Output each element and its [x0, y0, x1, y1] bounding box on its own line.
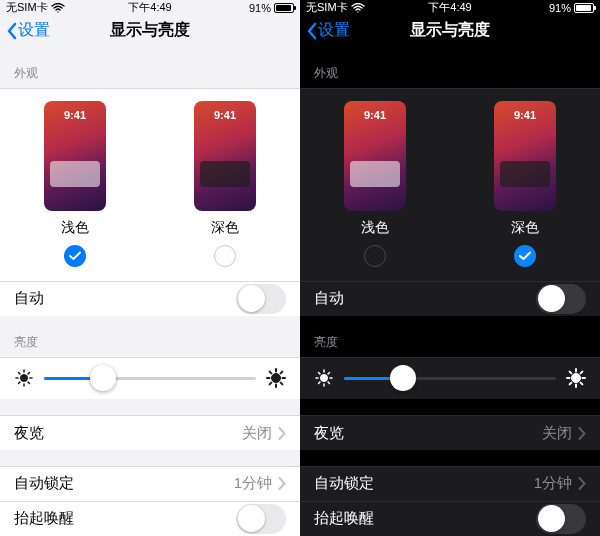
auto-lock-value: 1分钟: [234, 474, 272, 493]
night-shift-value: 关闭: [242, 424, 272, 443]
chevron-right-icon: [578, 427, 586, 440]
raise-to-wake-label: 抬起唤醒: [314, 509, 374, 528]
svg-point-0: [21, 375, 28, 382]
raise-to-wake-switch[interactable]: [536, 504, 586, 534]
sun-min-icon: [314, 368, 334, 388]
raise-to-wake-row: 抬起唤醒: [300, 501, 600, 536]
page-title: 显示与亮度: [300, 20, 600, 41]
sun-max-icon: [266, 368, 286, 388]
auto-switch[interactable]: [536, 284, 586, 314]
battery-icon: [574, 3, 594, 13]
light-mode-radio[interactable]: [64, 245, 86, 267]
chevron-right-icon: [578, 477, 586, 490]
light-mode-thumbnail: 9:41: [44, 101, 106, 211]
appearance-option-light[interactable]: 9:41 浅色: [320, 101, 430, 267]
auto-lock-row[interactable]: 自动锁定 1分钟: [300, 466, 600, 501]
auto-lock-label: 自动锁定: [314, 474, 374, 493]
dark-mode-pane: 无SIM卡 下午4:49 91% 设置 显示与亮度 外观 9:41 浅色 9:4…: [300, 0, 600, 536]
appearance-section-label: 外观: [300, 47, 600, 88]
raise-to-wake-switch[interactable]: [236, 504, 286, 534]
nav-bar: 设置 显示与亮度: [0, 15, 300, 47]
brightness-section-label: 亮度: [0, 316, 300, 357]
night-shift-row[interactable]: 夜览 关闭: [0, 415, 300, 450]
auto-label: 自动: [14, 289, 44, 308]
brightness-section-label: 亮度: [300, 316, 600, 357]
svg-point-1: [272, 374, 281, 383]
raise-to-wake-label: 抬起唤醒: [14, 509, 74, 528]
light-mode-thumbnail: 9:41: [344, 101, 406, 211]
night-shift-label: 夜览: [314, 424, 344, 443]
appearance-option-dark[interactable]: 9:41 深色: [170, 101, 280, 267]
sun-max-icon: [566, 368, 586, 388]
appearance-picker: 9:41 浅色 9:41 深色: [300, 88, 600, 281]
brightness-row: [0, 357, 300, 399]
night-shift-row[interactable]: 夜览 关闭: [300, 415, 600, 450]
auto-row: 自动: [0, 281, 300, 316]
status-bar: 无SIM卡 下午4:49 91%: [0, 0, 300, 15]
dark-mode-thumbnail: 9:41: [194, 101, 256, 211]
appearance-option-dark[interactable]: 9:41 深色: [470, 101, 580, 267]
night-shift-label: 夜览: [14, 424, 44, 443]
sun-min-icon: [14, 368, 34, 388]
auto-row: 自动: [300, 281, 600, 316]
auto-lock-row[interactable]: 自动锁定 1分钟: [0, 466, 300, 501]
dark-mode-thumbnail: 9:41: [494, 101, 556, 211]
brightness-row: [300, 357, 600, 399]
status-time: 下午4:49: [0, 0, 300, 15]
dark-mode-label: 深色: [211, 219, 239, 237]
night-shift-value: 关闭: [542, 424, 572, 443]
auto-lock-label: 自动锁定: [14, 474, 74, 493]
auto-lock-value: 1分钟: [534, 474, 572, 493]
appearance-picker: 9:41 浅色 9:41 深色: [0, 88, 300, 281]
chevron-right-icon: [278, 427, 286, 440]
light-mode-label: 浅色: [361, 219, 389, 237]
auto-label: 自动: [314, 289, 344, 308]
light-mode-label: 浅色: [61, 219, 89, 237]
auto-switch[interactable]: [236, 284, 286, 314]
dark-mode-radio[interactable]: [214, 245, 236, 267]
dark-mode-label: 深色: [511, 219, 539, 237]
chevron-right-icon: [278, 477, 286, 490]
raise-to-wake-row: 抬起唤醒: [0, 501, 300, 536]
battery-icon: [274, 3, 294, 13]
brightness-slider[interactable]: [344, 377, 556, 380]
appearance-section-label: 外观: [0, 47, 300, 88]
status-bar: 无SIM卡 下午4:49 91%: [300, 0, 600, 15]
svg-point-2: [321, 375, 328, 382]
page-title: 显示与亮度: [0, 20, 300, 41]
nav-bar: 设置 显示与亮度: [300, 15, 600, 47]
light-mode-radio[interactable]: [364, 245, 386, 267]
appearance-option-light[interactable]: 9:41 浅色: [20, 101, 130, 267]
status-time: 下午4:49: [300, 0, 600, 15]
dark-mode-radio[interactable]: [514, 245, 536, 267]
svg-point-3: [572, 374, 581, 383]
brightness-slider[interactable]: [44, 377, 256, 380]
light-mode-pane: 无SIM卡 下午4:49 91% 设置 显示与亮度 外观 9:41 浅色 9:4…: [0, 0, 300, 536]
